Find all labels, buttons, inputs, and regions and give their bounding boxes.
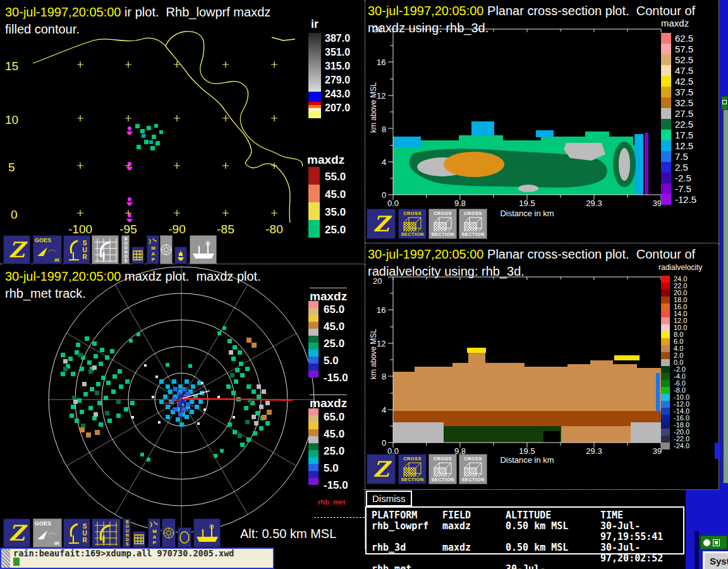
cross-section-button-1[interactable]: CROSS SECTION xyxy=(398,209,427,239)
ship-button[interactable] xyxy=(190,235,217,264)
x-axis-label: Distance in km xyxy=(500,455,554,465)
zebra-logo-button[interactable]: Z xyxy=(367,454,396,484)
rings-icon xyxy=(163,527,174,539)
zebra-logo-button[interactable]: Z xyxy=(367,209,396,239)
x-tick: 29.3 xyxy=(586,446,602,456)
buoy-button[interactable] xyxy=(174,247,187,264)
cross-section-button-2[interactable]: CROSS SECTION xyxy=(428,454,457,484)
radar-grid-icon xyxy=(94,237,118,262)
cross-section-button-1[interactable]: CROSS SECTION xyxy=(398,454,427,484)
cross-section-button-2[interactable]: CROSS SECTION xyxy=(428,209,457,239)
terminal-command-line: rain:beaufait:169>xdump.all 970730.2005.… xyxy=(13,549,273,558)
buoy-markers xyxy=(126,126,133,222)
panel-ir-title-line2: filled contour. xyxy=(5,21,80,37)
toolbar-ir: Z GOES IR SUR BOUNDS MAP xyxy=(0,235,365,264)
syst-window-titlebar[interactable] xyxy=(700,535,728,550)
cube-icon xyxy=(432,462,454,477)
grid-button[interactable] xyxy=(133,531,145,548)
goes-ir-button[interactable]: GOES IR xyxy=(33,235,62,264)
partial-window-titlebar[interactable] xyxy=(721,96,728,110)
map-button[interactable]: MAP xyxy=(147,235,159,264)
panel-ppi: 30-jul-1997,20:05:00 maxdz plot. maxdz p… xyxy=(0,264,365,549)
surveillance-radar-button[interactable]: SUR xyxy=(63,518,90,548)
map-button[interactable]: MAP xyxy=(148,518,161,548)
panel-xsec-maxdz: 30-jul-1997,20:05:00 Planar cross-sectio… xyxy=(365,0,719,243)
track-platform-label: rhb_met xyxy=(318,498,345,506)
goes-ir-button[interactable]: GOES IR xyxy=(33,518,62,548)
panel-ir-title: 30-jul-1997,20:05:00 ir plot. Rhb_lowprf… xyxy=(5,4,270,20)
window-edge-strip xyxy=(695,531,699,569)
sonar-rings-button[interactable] xyxy=(160,235,173,264)
zebra-logo-button[interactable]: Z xyxy=(3,518,30,548)
terminal-cursor xyxy=(13,558,20,566)
cross-section-button-3[interactable]: CROSS SECTION xyxy=(459,209,487,239)
panel-xsec-maxdz-title-line2: maxdz using: rhb_3d. xyxy=(368,20,488,36)
xsec-radial-colorbar-ticks: 24.022.020.018.016.014.012.010.08.06.04.… xyxy=(674,276,689,450)
x-tick: 29.3 xyxy=(586,199,602,208)
y-tick: 0 xyxy=(382,438,386,448)
grid-button[interactable] xyxy=(131,247,144,264)
xsec-maxdz-canvas[interactable] xyxy=(378,25,664,215)
radar-grid-button[interactable] xyxy=(92,518,121,548)
map-icon xyxy=(149,521,159,529)
cross-section-button-3[interactable]: CROSS SECTION xyxy=(459,454,487,484)
zebra-logo-icon: Z xyxy=(373,213,389,235)
table-cell: 30-Jul-97,19:55:41 xyxy=(600,521,678,542)
cube-icon xyxy=(463,462,484,477)
terminal-window[interactable]: rain:beaufait:169>xdump.all 970730.2005.… xyxy=(0,548,274,569)
buoy-icon xyxy=(176,249,186,262)
ppi-colorbar2-ticks: 65.045.025.05.0-15.0 xyxy=(324,408,348,494)
sonar-rings-button[interactable] xyxy=(162,518,176,548)
y-tick: 20 xyxy=(373,25,382,34)
y-tick: 20 xyxy=(373,276,382,286)
y-tick: 8 xyxy=(382,372,386,381)
zebra-logo-button[interactable]: Z xyxy=(3,235,30,264)
window-border-fragment xyxy=(314,517,365,518)
zebra-logo-icon: Z xyxy=(373,458,389,480)
x-axis-label: Distance in km xyxy=(500,209,554,218)
window-menu-icon[interactable] xyxy=(722,100,727,104)
xsec-radial-colorbar xyxy=(661,276,670,450)
table-cell: 30-Jul-97,20:02:52 xyxy=(600,542,678,564)
zebra-logo-icon: Z xyxy=(9,522,25,544)
ir-colorbar-label: ir xyxy=(311,18,318,31)
bounds-button[interactable]: BOUNDS xyxy=(121,235,130,264)
syst-window[interactable]: Syst xyxy=(703,551,728,569)
syst-window-title: Syst xyxy=(710,556,728,566)
window-circle-icon[interactable] xyxy=(703,539,710,546)
window-square-icon[interactable] xyxy=(713,539,720,546)
lon-tick: -95 xyxy=(119,223,136,236)
ppi-colorbar2 xyxy=(308,408,318,485)
maxdz-colorbar-label: maxdz xyxy=(307,153,344,167)
panel-xsec-maxdz-title: 30-jul-1997,20:05:00 Planar cross-sectio… xyxy=(368,3,695,19)
x-tick: 19.5 xyxy=(519,446,535,456)
scrollbar-thumb[interactable] xyxy=(715,443,720,459)
bounds-button[interactable]: BOUNDS xyxy=(123,518,131,548)
xsec-radial-canvas[interactable] xyxy=(378,272,664,462)
contour-gray-right xyxy=(631,422,661,443)
lat-tick-5: 5 xyxy=(8,161,15,174)
surveillance-radar-button[interactable]: SUR xyxy=(63,235,90,264)
contour-yellow-cap xyxy=(467,348,486,353)
lon-tick: -100 xyxy=(68,223,92,236)
lat-tick-10: 10 xyxy=(5,113,18,127)
terminal-scrollbar[interactable] xyxy=(1,549,10,568)
contour-notch xyxy=(543,431,560,443)
col-header: ALTITUDE xyxy=(506,510,600,521)
col-header: PLATFORM xyxy=(372,510,442,521)
y-tick: 4 xyxy=(382,157,386,167)
table-cell: rhb_lowprf xyxy=(372,521,442,542)
contour-purple-sliver xyxy=(645,133,648,195)
dismiss-button[interactable]: Dismiss xyxy=(366,491,412,506)
lat-tick-0: 0 xyxy=(11,208,18,222)
lat-tick-15: 15 xyxy=(5,59,18,73)
ship-button[interactable] xyxy=(193,518,221,548)
circle-button[interactable] xyxy=(178,527,191,548)
panel-xsec-radial-title: 30-jul-1997,20:05:00 Planar cross-sectio… xyxy=(368,246,695,262)
ship-icon xyxy=(195,522,220,544)
contour-gray-bottom xyxy=(518,185,538,192)
radar-grid-button[interactable] xyxy=(92,235,119,264)
y-tick: 12 xyxy=(377,339,385,348)
status-table: PLATFORM FIELD ALTITUDE TIME rhb_lowprf … xyxy=(365,506,684,554)
contour-yellow-patch xyxy=(614,355,640,360)
